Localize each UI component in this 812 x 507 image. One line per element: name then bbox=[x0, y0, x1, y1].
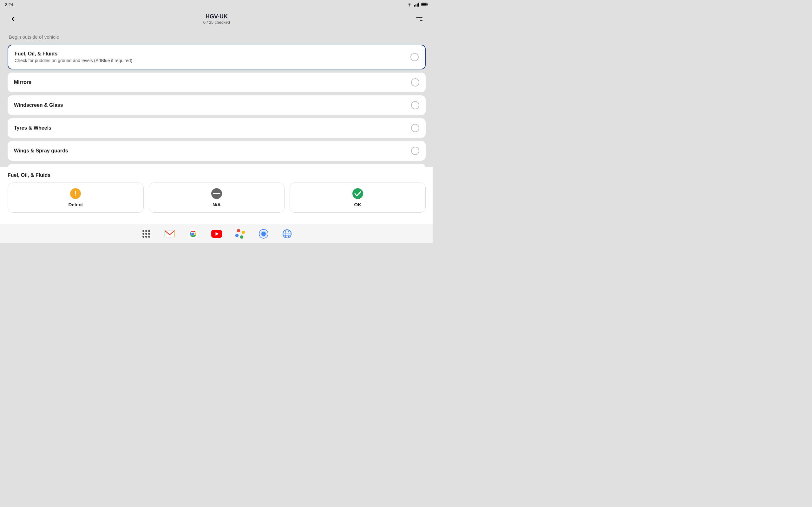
svg-text:!: ! bbox=[74, 189, 77, 197]
defect-icon: ! bbox=[70, 188, 81, 199]
messages-icon bbox=[259, 229, 268, 239]
checklist-radio-fuel bbox=[410, 53, 419, 61]
action-btn-na[interactable]: N/A bbox=[149, 182, 285, 213]
checklist-item-wings[interactable]: Wings & Spray guards bbox=[8, 141, 426, 161]
svg-rect-1 bbox=[414, 5, 415, 7]
status-bar: 3:24 bbox=[0, 0, 433, 9]
checklist-item-windscreen[interactable]: Windscreen & Glass bbox=[8, 95, 426, 115]
content-area: Begin outside of vehicle Fuel, Oil, & Fl… bbox=[0, 29, 433, 186]
svg-point-19 bbox=[192, 233, 194, 235]
checklist-radio-mirrors bbox=[411, 78, 419, 87]
checklist-item-fuel[interactable]: Fuel, Oil, & FluidsCheck for puddles on … bbox=[8, 45, 426, 69]
na-icon bbox=[211, 188, 222, 199]
gmail-icon bbox=[165, 230, 175, 238]
checklist-item-title-tyres: Tyres & Wheels bbox=[14, 125, 407, 131]
youtube-icon bbox=[211, 230, 222, 238]
app-subtitle-text: 0 / 25 checked bbox=[20, 20, 413, 25]
app-bar-title: HGV-UK 0 / 25 checked bbox=[20, 13, 413, 25]
svg-rect-6 bbox=[427, 4, 428, 5]
svg-rect-4 bbox=[418, 3, 419, 7]
battery-icon bbox=[421, 3, 428, 6]
checklist-item-title-mirrors: Mirrors bbox=[14, 79, 407, 85]
checklist-item-mirrors[interactable]: Mirrors bbox=[8, 72, 426, 92]
nav-youtube-button[interactable] bbox=[210, 227, 223, 240]
checklist-radio-tyres bbox=[411, 124, 419, 132]
nav-bar bbox=[0, 224, 433, 243]
svg-rect-3 bbox=[417, 3, 418, 6]
checklist-item-title-wings: Wings & Spray guards bbox=[14, 148, 407, 154]
nav-photos-button[interactable] bbox=[234, 227, 247, 240]
checklist-item-content-mirrors: Mirrors bbox=[14, 79, 407, 85]
grid-icon bbox=[142, 230, 150, 238]
nav-browser-button[interactable] bbox=[281, 227, 294, 240]
status-icons bbox=[407, 2, 428, 7]
signal-icon bbox=[414, 2, 419, 7]
checklist-item-title-windscreen: Windscreen & Glass bbox=[14, 102, 407, 108]
back-arrow-icon bbox=[10, 15, 18, 23]
nav-apps-button[interactable] bbox=[140, 227, 153, 240]
na-label: N/A bbox=[212, 202, 221, 207]
nav-gmail-button[interactable] bbox=[163, 227, 176, 240]
defect-label: Defect bbox=[68, 202, 83, 207]
ok-label: OK bbox=[354, 202, 361, 207]
bottom-panel: Fuel, Oil, & Fluids ! Defect N/A OK bbox=[0, 167, 433, 224]
checklist-container: Fuel, Oil, & FluidsCheck for puddles on … bbox=[8, 45, 426, 183]
checklist-radio-windscreen bbox=[411, 101, 419, 109]
chrome-icon bbox=[188, 229, 198, 239]
svg-rect-7 bbox=[421, 3, 426, 5]
ok-icon bbox=[352, 188, 363, 199]
checklist-item-content-windscreen: Windscreen & Glass bbox=[14, 102, 407, 108]
checklist-item-subtitle-fuel: Check for puddles on ground and levels (… bbox=[14, 58, 407, 63]
action-btn-ok[interactable]: OK bbox=[290, 182, 426, 213]
filter-icon bbox=[416, 17, 422, 21]
bottom-panel-title: Fuel, Oil, & Fluids bbox=[8, 172, 426, 178]
checklist-item-content-wings: Wings & Spray guards bbox=[14, 148, 407, 154]
wifi-icon bbox=[407, 2, 412, 7]
checklist-radio-wings bbox=[411, 147, 419, 155]
photos-icon bbox=[235, 229, 245, 239]
back-button[interactable] bbox=[8, 13, 20, 25]
checklist-item-content-fuel: Fuel, Oil, & FluidsCheck for puddles on … bbox=[14, 51, 407, 63]
app-bar: HGV-UK 0 / 25 checked bbox=[0, 9, 433, 29]
checklist-item-tyres[interactable]: Tyres & Wheels bbox=[8, 118, 426, 138]
section-label: Begin outside of vehicle bbox=[8, 34, 426, 40]
svg-rect-2 bbox=[415, 4, 416, 7]
nav-messages-button[interactable] bbox=[257, 227, 270, 240]
svg-point-24 bbox=[261, 232, 266, 236]
app-title-text: HGV-UK bbox=[20, 13, 413, 20]
status-time: 3:24 bbox=[5, 2, 13, 7]
action-buttons: ! Defect N/A OK bbox=[8, 182, 426, 213]
action-btn-defect[interactable]: ! Defect bbox=[8, 182, 144, 213]
svg-point-12 bbox=[352, 188, 363, 199]
checklist-item-title-fuel: Fuel, Oil, & Fluids bbox=[14, 51, 407, 57]
checklist-item-content-tyres: Tyres & Wheels bbox=[14, 125, 407, 131]
globe-icon bbox=[282, 229, 292, 239]
svg-point-0 bbox=[409, 6, 410, 6]
nav-chrome-button[interactable] bbox=[187, 227, 200, 240]
filter-button[interactable] bbox=[413, 13, 426, 25]
